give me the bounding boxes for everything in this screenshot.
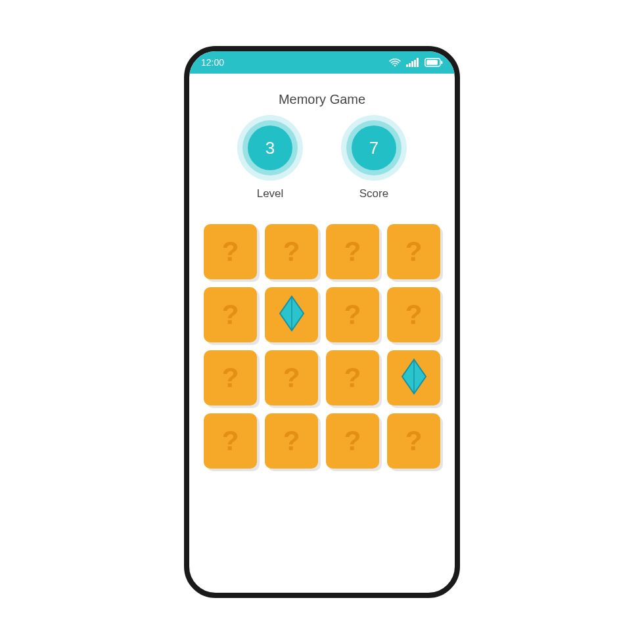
game-card[interactable]: ? — [326, 287, 379, 342]
phone-frame: 12:00 — [184, 46, 460, 598]
game-card[interactable]: ? — [265, 224, 318, 279]
question-mark-icon: ? — [222, 427, 239, 455]
svg-rect-4 — [417, 58, 419, 67]
game-card[interactable]: ? — [204, 350, 257, 405]
question-mark-icon: ? — [405, 238, 423, 265]
game-card[interactable]: ? — [326, 350, 379, 405]
svg-rect-7 — [441, 61, 442, 64]
question-mark-icon: ? — [405, 301, 423, 329]
question-mark-icon: ? — [222, 301, 239, 329]
game-card[interactable]: ? — [387, 224, 440, 279]
score-value: 7 — [369, 138, 379, 158]
game-card-revealed[interactable] — [265, 287, 318, 342]
page-title: Memory Game — [189, 92, 455, 107]
question-mark-icon: ? — [405, 427, 423, 455]
score-label: Score — [359, 187, 388, 200]
svg-rect-3 — [414, 60, 416, 67]
question-mark-icon: ? — [344, 238, 361, 265]
svg-rect-6 — [426, 60, 438, 65]
battery-icon — [425, 58, 443, 67]
question-mark-icon: ? — [222, 238, 239, 265]
score-stat: 7 Score — [352, 126, 396, 200]
question-mark-icon: ? — [344, 301, 361, 329]
game-card[interactable]: ? — [387, 287, 440, 342]
wifi-icon — [389, 58, 401, 67]
level-label: Level — [257, 187, 284, 200]
diamond-icon — [279, 295, 305, 334]
diamond-icon — [401, 358, 427, 398]
svg-rect-1 — [409, 63, 411, 67]
signal-icon — [406, 58, 419, 67]
game-card[interactable]: ? — [265, 413, 318, 469]
game-card[interactable]: ? — [326, 413, 379, 469]
game-card[interactable]: ? — [204, 413, 257, 469]
stat-row: 3 Level 7 Score — [189, 126, 455, 200]
status-icons — [389, 58, 443, 67]
level-badge: 3 — [248, 126, 292, 170]
game-card[interactable]: ? — [326, 224, 379, 279]
question-mark-icon: ? — [222, 364, 239, 392]
game-card[interactable]: ? — [265, 350, 318, 405]
game-card[interactable]: ? — [204, 287, 257, 342]
game-card[interactable]: ? — [387, 413, 440, 469]
game-card-revealed[interactable] — [387, 350, 440, 405]
svg-rect-2 — [411, 61, 413, 67]
level-stat: 3 Level — [248, 126, 292, 200]
status-bar: 12:00 — [189, 51, 455, 74]
question-mark-icon: ? — [283, 427, 300, 455]
level-value: 3 — [265, 138, 275, 158]
game-grid: ?????????????? — [204, 224, 440, 469]
status-time: 12:00 — [201, 57, 224, 68]
score-badge: 7 — [352, 126, 396, 170]
stage: 12:00 — [0, 0, 644, 644]
question-mark-icon: ? — [344, 364, 361, 392]
game-card[interactable]: ? — [204, 224, 257, 279]
question-mark-icon: ? — [344, 427, 361, 455]
question-mark-icon: ? — [283, 238, 300, 265]
svg-rect-0 — [406, 64, 408, 67]
question-mark-icon: ? — [283, 364, 300, 392]
